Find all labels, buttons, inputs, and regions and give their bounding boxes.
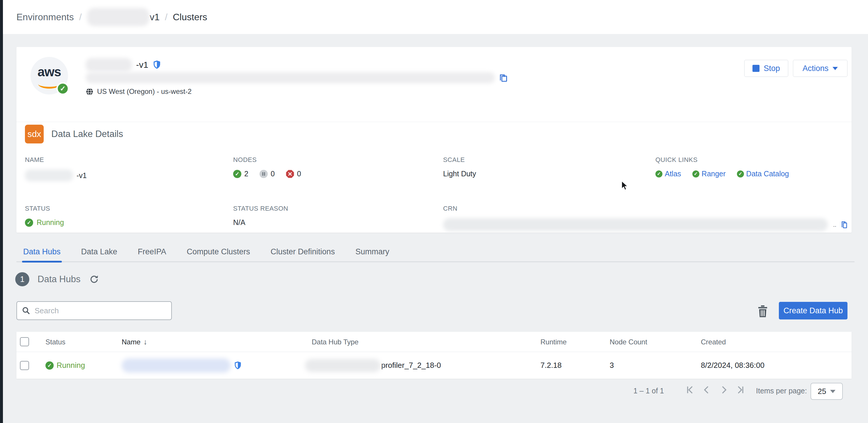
items-per-page-label: Items per page: — [756, 387, 807, 395]
tab-data-hubs[interactable]: Data Hubs — [23, 243, 61, 261]
page-background: aws ✓ -v1 — [3, 34, 868, 423]
status-label: STATUS — [25, 205, 50, 212]
previous-page-button[interactable] — [702, 385, 712, 395]
aws-logo-text: aws — [31, 64, 68, 79]
crn-value: .. — [443, 218, 849, 231]
tab-cluster-definitions[interactable]: Cluster Definitions — [271, 243, 335, 261]
tab-data-lake[interactable]: Data Lake — [81, 243, 117, 261]
stop-button[interactable]: Stop — [744, 60, 788, 77]
breadcrumb: Environments / v1 / Clusters — [17, 0, 207, 34]
breadcrumb-environment-suffix[interactable]: v1 — [150, 12, 160, 23]
breadcrumb-environments[interactable]: Environments — [17, 12, 74, 23]
column-header-runtime[interactable]: Runtime — [540, 332, 566, 352]
last-page-icon — [736, 385, 746, 395]
nodes-running-count: 2 — [244, 170, 248, 178]
column-header-status[interactable]: Status — [45, 332, 65, 352]
quick-link-ranger[interactable]: ✓ Ranger — [692, 170, 726, 178]
copy-description-icon[interactable] — [498, 73, 508, 83]
redacted-data-hub-type-prefix — [305, 359, 381, 372]
data-lake-name-suffix: -v1 — [76, 171, 87, 180]
column-header-node-count[interactable]: Node Count — [610, 332, 647, 352]
delete-button[interactable] — [756, 304, 769, 319]
breadcrumb-separator: / — [165, 12, 167, 23]
row-shield-icon — [234, 361, 242, 370]
select-all-checkbox[interactable] — [20, 337, 29, 346]
next-page-button[interactable] — [719, 385, 729, 395]
environment-actions: Stop Actions — [744, 60, 847, 77]
row-status-text: Running — [57, 361, 85, 370]
environment-title-suffix: -v1 — [136, 60, 148, 70]
search-box — [17, 301, 172, 320]
chevron-right-icon — [719, 385, 729, 395]
field-crn: CRN .. — [443, 205, 458, 212]
field-quick-links: QUICK LINKS ✓ Atlas ✓ Ranger ✓ Data Cata… — [655, 156, 698, 164]
actions-button[interactable]: Actions — [793, 60, 847, 77]
quick-link-data-catalog[interactable]: ✓ Data Catalog — [737, 170, 789, 178]
tab-freeipa[interactable]: FreeIPA — [138, 243, 166, 261]
redacted-environment-description — [86, 72, 495, 83]
stop-button-label: Stop — [764, 64, 780, 73]
search-icon — [22, 306, 31, 315]
redacted-environment-title — [86, 58, 132, 71]
quick-links-label: QUICK LINKS — [655, 156, 698, 164]
field-status: STATUS ✓ Running — [25, 205, 50, 212]
row-created-cell: 8/2/2024, 08:36:00 — [701, 352, 765, 379]
nodes-stopped-pause-icon — [259, 170, 268, 178]
copy-crn-icon[interactable] — [840, 220, 849, 229]
nodes-value: ✓ 2 0 0 — [233, 170, 309, 178]
row-checkbox[interactable] — [20, 361, 29, 370]
column-header-created[interactable]: Created — [701, 332, 726, 352]
chevron-down-icon — [833, 67, 838, 70]
nodes-running-group: ✓ 2 — [233, 170, 248, 178]
field-status-reason: STATUS REASON N/A — [233, 205, 288, 212]
environment-status-check-icon: ✓ — [56, 82, 69, 95]
column-header-data-hub-type[interactable]: Data Hub Type — [312, 332, 359, 352]
field-name: NAME -v1 — [25, 156, 44, 164]
left-nav-edge — [0, 0, 3, 423]
last-page-button[interactable] — [736, 385, 746, 395]
row-data-hub-type-cell: profiler_7_2_18-0 — [305, 352, 441, 379]
name-label: NAME — [25, 156, 44, 164]
ranger-check-icon: ✓ — [692, 171, 700, 178]
nodes-failed-group: 0 — [286, 170, 301, 178]
select-caret-icon — [830, 390, 835, 393]
tab-summary[interactable]: Summary — [355, 243, 390, 261]
environment-region: US West (Oregon) - us-west-2 — [97, 87, 191, 96]
aws-provider-logo: aws ✓ — [31, 57, 68, 94]
tab-compute-clusters[interactable]: Compute Clusters — [187, 243, 250, 261]
field-scale: SCALE Light Duty — [443, 156, 465, 164]
name-value: -v1 — [25, 170, 87, 181]
pagination-bar: 1 – 1 of 1 — [3, 381, 868, 403]
data-hubs-count-badge: 1 — [15, 272, 29, 286]
stop-icon — [752, 65, 760, 72]
nodes-label: NODES — [233, 156, 256, 164]
data-hubs-table: Status Name ↓ Data Hub Type Runtime Node… — [17, 332, 851, 379]
quick-links-value: ✓ Atlas ✓ Ranger ✓ Data Catalog — [655, 170, 797, 178]
search-input[interactable] — [35, 306, 166, 315]
redacted-data-lake-name — [25, 170, 73, 181]
status-reason-label: STATUS REASON — [233, 205, 288, 212]
redacted-crn-value — [443, 218, 828, 231]
row-status-cell: ✓ Running — [45, 352, 85, 379]
refresh-icon — [89, 274, 99, 284]
row-status-check-icon: ✓ — [45, 361, 54, 370]
scale-label: SCALE — [443, 156, 465, 164]
first-page-button[interactable] — [685, 385, 695, 395]
refresh-button[interactable] — [89, 274, 99, 284]
status-running-text: Running — [37, 218, 64, 227]
redacted-data-hub-name-link[interactable] — [122, 359, 231, 372]
shield-icon — [153, 60, 161, 69]
data-lake-heading: Data Lake Details — [51, 129, 123, 139]
column-header-name[interactable]: Name ↓ — [122, 332, 147, 352]
data-hubs-heading: Data Hubs — [37, 274, 80, 284]
items-per-page-select[interactable]: 25 — [810, 383, 843, 400]
nodes-failed-count: 0 — [297, 170, 301, 178]
redacted-environment-name — [87, 8, 149, 26]
create-data-hub-button[interactable]: Create Data Hub — [779, 302, 847, 320]
globe-icon — [86, 88, 94, 96]
row-name-cell — [122, 352, 242, 379]
first-page-icon — [685, 385, 695, 395]
quick-link-atlas[interactable]: ✓ Atlas — [655, 170, 681, 178]
row-node-count-cell: 3 — [610, 352, 614, 379]
environment-description-row — [86, 72, 508, 83]
